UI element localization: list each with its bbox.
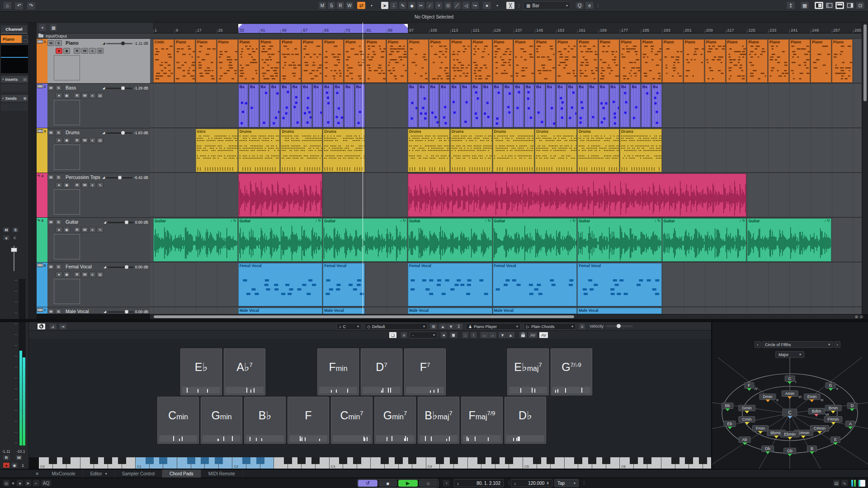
voicing-list-icon[interactable]: ≡ <box>579 323 585 330</box>
region[interactable]: Guitar♪ ↻ <box>662 218 747 262</box>
track-monitor-button[interactable]: ◉ <box>63 272 70 277</box>
delete-chords-icon[interactable] <box>449 332 458 338</box>
chord-pad[interactable]: Gmin7 <box>374 397 416 444</box>
piano-key-black[interactable] <box>491 457 500 464</box>
pan-value[interactable]: C <box>14 236 16 240</box>
region[interactable]: Piano <box>217 39 238 83</box>
hub-icon[interactable]: ⌂ <box>3 1 12 9</box>
region[interactable]: Ba <box>630 84 640 127</box>
chord-pad[interactable]: A♭7 <box>224 348 265 395</box>
region[interactable]: Ba <box>249 84 259 127</box>
chord-chip[interactable]: Ab <box>738 436 750 443</box>
track-write-button[interactable]: W <box>81 272 88 277</box>
track-read-button[interactable]: R <box>74 137 80 143</box>
chord-chip[interactable]: EminIII <box>804 394 821 400</box>
track-header[interactable]: MSPiano◢-1.11 dB●◉RWe▤ <box>47 39 150 83</box>
track-volume-control[interactable]: ◢-1.11 dB <box>103 41 148 46</box>
region[interactable]: Piano <box>789 39 810 83</box>
region[interactable]: Piano <box>577 39 598 83</box>
fader-handle[interactable] <box>121 86 125 90</box>
tonic-chip[interactable]: C <box>782 409 797 417</box>
region[interactable]: Piano <box>811 39 831 83</box>
track-mute-button[interactable]: M <box>47 309 54 314</box>
piano-key-black[interactable] <box>118 457 126 464</box>
track-picture[interactable] <box>54 55 80 80</box>
region[interactable]: Male Vocal <box>238 308 323 314</box>
chord-chip[interactable]: E <box>830 436 840 443</box>
track-solo-button[interactable]: S <box>55 130 62 136</box>
region[interactable]: Piano <box>535 39 556 83</box>
mute-all-button[interactable]: M <box>318 1 326 9</box>
piano-key-black[interactable] <box>284 457 292 464</box>
region[interactable]: Drums <box>535 129 577 172</box>
track-edit-button[interactable]: e <box>89 182 96 188</box>
region[interactable]: Piano <box>408 39 429 83</box>
channel-mute-button[interactable]: M <box>3 227 10 233</box>
track-solo-button[interactable]: S <box>55 40 62 46</box>
chord-pad[interactable]: E♭ <box>180 348 222 395</box>
region[interactable]: Drums <box>323 129 365 172</box>
insert-slot[interactable] <box>1 84 28 92</box>
shift-left-icon[interactable]: ← <box>480 332 489 338</box>
scale-dropdown[interactable]: Major▾ <box>775 351 804 358</box>
precount-icon[interactable]: ● <box>16 479 24 487</box>
region[interactable]: Piano <box>684 39 704 83</box>
erase-tool[interactable]: ◆ <box>408 1 416 9</box>
chord-pad[interactable]: Cmin7 <box>331 397 373 444</box>
track-mute-button[interactable]: M <box>47 264 54 270</box>
region[interactable]: Guitar♪ ↻ <box>493 218 577 262</box>
region[interactable]: Guitar♪ ↻ <box>238 218 323 262</box>
record-chords-icon[interactable]: ● <box>440 332 447 338</box>
region[interactable]: Piano <box>365 39 386 83</box>
piano-key-black[interactable] <box>574 457 582 464</box>
chord-chip[interactable]: AminVI <box>782 390 798 397</box>
track-record-button[interactable]: ● <box>56 227 62 233</box>
track-output-icon[interactable]: ▤ <box>97 48 104 54</box>
voicing-up-icon[interactable]: ▲ <box>506 332 515 338</box>
track-write-button[interactable]: W <box>81 48 88 54</box>
region[interactable]: Piano <box>493 39 514 83</box>
chord-chip[interactable]: Fmin <box>752 425 769 432</box>
region[interactable]: Ba <box>567 84 577 127</box>
region[interactable]: Piano <box>641 39 662 83</box>
keyboard-focus-indicator[interactable] <box>859 480 865 487</box>
player-mode-dropdown[interactable]: ▷ Plain Chords▾ <box>524 323 576 330</box>
track-monitor-button[interactable]: ◉ <box>63 137 70 143</box>
track-solo-button[interactable]: S <box>55 309 62 314</box>
track-write-button[interactable]: W <box>81 227 88 233</box>
region[interactable]: Ba <box>429 84 439 127</box>
chord-assistant-icon[interactable]: ⊿ <box>49 323 57 330</box>
editor-dropdown-icon[interactable]: ▾ <box>105 472 107 476</box>
piano-key-black[interactable] <box>699 457 707 464</box>
track-record-button[interactable]: ● <box>56 137 62 143</box>
track-row[interactable]: 2MSBass◢-1.29 dB●◉RWe▤ <box>37 84 153 128</box>
inspector-zone-toggle[interactable] <box>825 1 834 9</box>
region[interactable]: Piano <box>726 39 747 83</box>
region[interactable]: Piano <box>259 39 280 83</box>
chord-chip[interactable]: C#min <box>810 425 829 432</box>
track-monitor-button[interactable]: ◉ <box>63 227 70 233</box>
cycle-end-handle[interactable] <box>404 24 408 28</box>
piano-key-black[interactable] <box>90 457 98 464</box>
preset-dropdown[interactable]: ◇ Default▾ <box>364 323 428 330</box>
track-record-button[interactable]: ● <box>56 182 62 188</box>
piano-key-black[interactable] <box>215 457 223 464</box>
track-solo-button[interactable]: S <box>55 174 62 180</box>
piano-key-black[interactable] <box>311 457 320 464</box>
piano-key-black[interactable] <box>630 457 638 464</box>
track-write-button[interactable]: W <box>81 93 88 99</box>
save-preset-icon[interactable]: ↧ <box>455 323 463 330</box>
region[interactable]: Ba <box>641 84 651 127</box>
pads-output-icon[interactable]: ⇥ <box>59 323 67 330</box>
track-row[interactable]: ∿4MSPercussion Tops◢-6.42 dB●◉RWe∿ <box>37 173 153 218</box>
region[interactable]: Guitar♪ ↻ <box>153 218 238 262</box>
zoom-in-icon[interactable]: ⊕ <box>854 314 858 319</box>
region[interactable]: Ba <box>514 84 524 127</box>
snap-transport-icon[interactable]: ⌐ <box>33 479 40 487</box>
folder-track-row[interactable]: Input/Output <box>37 33 153 39</box>
piano-key-black[interactable] <box>505 457 513 464</box>
piano-key-black[interactable] <box>49 457 57 464</box>
fader-handle[interactable] <box>125 265 128 269</box>
piano-key-black[interactable] <box>242 457 250 464</box>
metronome-icon[interactable]: ◎ <box>3 479 10 487</box>
